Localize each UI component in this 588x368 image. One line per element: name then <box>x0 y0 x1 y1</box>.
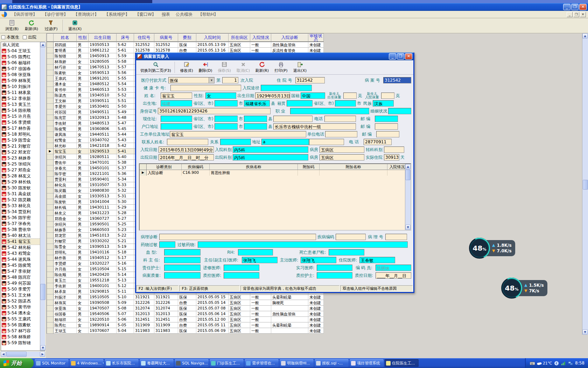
input-field[interactable] <box>170 85 241 91</box>
patient-list-item[interactable]: 5-22 郑龙官 <box>1 149 40 155</box>
dialog-toolbar-button-退出(X)[interactable]: 退出(X) <box>291 61 309 74</box>
patient-list-item[interactable]: 5-53 黄书华 <box>1 304 40 310</box>
input-field[interactable] <box>329 249 364 255</box>
patient-list-item[interactable]: 5-40 林太法 <box>1 233 40 239</box>
patient-list-item[interactable]: 5-15 许月燕 <box>1 114 40 120</box>
input-field[interactable] <box>290 108 369 114</box>
scroll-up-icon[interactable]: ▲ <box>405 164 411 169</box>
speed-badge[interactable]: 48%▲1.5K/s▼7K/s <box>501 278 547 299</box>
input-field[interactable]: 312542 <box>295 77 325 83</box>
patient-list-item[interactable]: 5-47 李依财 <box>1 268 40 274</box>
patient-list-item[interactable]: 5-08 张亚珠 <box>1 72 40 78</box>
patient-list-horizontal-scrollbar[interactable]: ◀ ▶ <box>1 352 45 357</box>
chevron-left-icon[interactable] <box>554 361 559 366</box>
input-field[interactable] <box>324 116 356 122</box>
dialog-toolbar-button-刷新(R)[interactable]: 刷新(R) <box>253 61 271 74</box>
input-field[interactable] <box>224 265 259 271</box>
column-header-姓名[interactable]: 姓名 <box>54 34 77 42</box>
scroll-up-icon[interactable]: ▲ <box>40 42 46 47</box>
table-row[interactable]: 徐国春男195405065-07312013312013医保2015.05.06… <box>47 311 323 317</box>
input-field[interactable] <box>375 123 398 130</box>
input-field[interactable] <box>317 265 352 271</box>
menu-item-5[interactable]: 报表 <box>159 11 173 18</box>
checkbox-出院[interactable] <box>23 35 27 39</box>
patient-list-item[interactable]: 5-34 贾亚利 <box>1 209 40 215</box>
patient-list-item[interactable]: 5-41 翁宝玉 <box>1 239 40 245</box>
patient-list-item[interactable]: 5-44 谢凤珠 <box>1 257 40 263</box>
input-field[interactable]: 内5科 <box>233 154 308 161</box>
signal-icon[interactable] <box>561 361 566 366</box>
patient-list-item[interactable]: 5-52 陈谋杰 <box>1 298 40 304</box>
patient-list-item[interactable]: 5-32 陈灵颖 <box>1 197 40 203</box>
taskbar-button-住院医生工...[interactable]: 住院医生工... <box>385 359 419 367</box>
input-field[interactable] <box>159 234 316 240</box>
dialog-toolbar-button-修改(E)[interactable]: 修改(E) <box>177 61 196 74</box>
column-header-出生日期[interactable]: 出生日期 <box>89 34 117 42</box>
speed-badge[interactable]: 48%▲1.8K/s▼7.0K/s <box>469 238 515 259</box>
input-field[interactable] <box>164 265 201 271</box>
table-row[interactable]: 刘振洋男195105055-10311921311921医保2015.05.05… <box>47 294 323 300</box>
network-icon[interactable] <box>568 361 573 366</box>
patient-list-vertical-scrollbar[interactable]: ▲ ▼ <box>40 42 45 350</box>
input-field[interactable] <box>164 249 201 255</box>
patient-list-item[interactable]: 5-30 陈发钦 <box>1 185 40 191</box>
input-field[interactable] <box>244 123 267 130</box>
patient-list-item[interactable]: 5-12 李依新 <box>1 96 40 102</box>
patient-list-item[interactable]: 5-27 郑燕金 <box>1 167 40 173</box>
input-field[interactable] <box>164 272 201 279</box>
dialog-toolbar-button-切换到第二页(F3)[interactable]: 切换到第二页(F3) <box>139 61 173 74</box>
input-field[interactable]: a <box>261 139 309 145</box>
clock[interactable]: 8:58 <box>575 361 584 366</box>
patient-list-item[interactable]: 5-28 林友义 <box>1 173 40 179</box>
input-field[interactable]: 2016年__月__日__时__分 <box>159 154 214 161</box>
input-field[interactable]: 312542 <box>383 77 411 83</box>
patient-list-item[interactable]: 5-04 王琰玉 <box>1 48 40 54</box>
input-field[interactable]: 陈丽妹 <box>376 265 411 271</box>
input-field[interactable] <box>343 93 357 99</box>
patient-list-item[interactable]: 5-48 陈兆官 <box>1 274 40 280</box>
input-field[interactable]: 1 <box>222 77 238 83</box>
input-field[interactable] <box>215 100 238 107</box>
patient-list-item[interactable]: 5-16 李贤煨 <box>1 120 40 125</box>
patient-list-item[interactable]: 5-49 何苏国 <box>1 280 40 286</box>
input-field[interactable] <box>215 123 238 130</box>
input-field[interactable] <box>388 108 411 114</box>
taskbar-button-4 Windows...[interactable]: 4 Windows...▾ <box>70 359 104 367</box>
table-row[interactable]: 郑四媄男193505135-62312552312552医保2015.05.13… <box>47 42 323 48</box>
input-field[interactable] <box>287 100 313 107</box>
input-field[interactable] <box>376 131 399 137</box>
input-field[interactable] <box>317 272 352 279</box>
table-row[interactable]: 张亚珠女194705075-08312074312074医保2015.05.07… <box>47 306 323 311</box>
patient-list-item[interactable]: 5-50 李爱芳 <box>1 286 40 292</box>
input-field[interactable] <box>273 116 313 122</box>
table-row[interactable]: 王琰玉女193706075-04311983311983医保2015.05.06… <box>47 328 323 334</box>
taskbar-button-SQL Naviga...[interactable]: SQL Naviga... <box>175 359 209 367</box>
taskbar-button-授权.sql -...[interactable]: 授权.sql -... <box>315 359 349 367</box>
patient-list-item[interactable]: 5-33 林化良 <box>1 203 40 209</box>
input-field[interactable]: 福建 <box>161 100 192 107</box>
toolbar-button-过滤(F)[interactable]: 过滤(F) <box>41 19 61 33</box>
grid-row[interactable]: ▶入院诊断C16.900胃恶性肿瘤 <box>140 170 405 176</box>
patient-list-item[interactable]: 5-37 张春光 <box>1 221 40 227</box>
input-field[interactable]: 翁宝玉 <box>170 131 306 137</box>
patient-list-item[interactable]: 5-19 陈雪金 <box>1 137 40 143</box>
start-button[interactable]: 开始 <box>0 358 34 368</box>
window-vertical-scrollbar[interactable]: ▲ ▼ <box>582 33 588 335</box>
input-field[interactable]: 张翔飞 <box>301 257 336 263</box>
scroll-left-icon[interactable]: ◀ <box>1 352 6 357</box>
input-field[interactable] <box>261 85 312 91</box>
input-field[interactable] <box>335 100 356 107</box>
patient-list-item[interactable]: 5-42 林光标 <box>1 245 40 251</box>
input-field[interactable]: 中国 <box>301 93 325 99</box>
input-field[interactable] <box>215 116 238 122</box>
input-field[interactable] <box>375 116 398 122</box>
patient-list-item[interactable]: 5-55 王康武 <box>1 316 40 322</box>
column-header-入院时间[interactable]: 入院时间 <box>196 34 229 42</box>
table-row[interactable]: 杨瑞祥女192205105-06312451312451自费2015.05.12… <box>47 317 323 322</box>
maximize-button[interactable]: ❐ <box>571 4 579 10</box>
input-field[interactable] <box>161 123 192 130</box>
input-field[interactable] <box>164 257 201 263</box>
mdi-minimize-button[interactable]: _ <box>567 12 573 17</box>
patient-list-item[interactable]: 5-07 徐国春 <box>1 66 40 72</box>
patient-list-item[interactable]: 5-43 程莺金 <box>1 251 40 257</box>
